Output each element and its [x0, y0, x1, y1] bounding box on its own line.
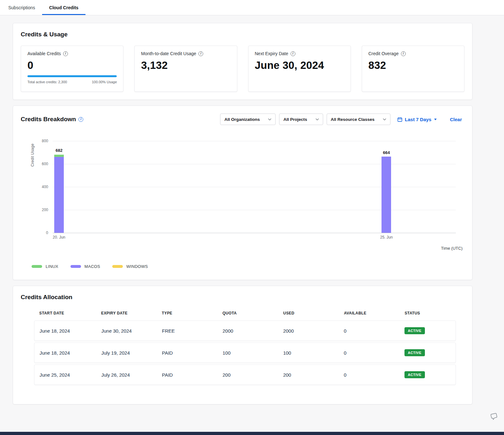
credits-usage-card: Credits & Usage Available Credits i 0 To…: [13, 23, 472, 100]
month-usage-card: Month-to-date Credit Usage i 3,132: [134, 46, 237, 92]
y-axis-label: Credit Usage: [30, 144, 35, 166]
chart-bar: 664: [382, 141, 391, 233]
tab-cloud-credits[interactable]: Cloud Credits: [42, 0, 85, 15]
cell-used: 200: [283, 372, 344, 378]
col-expiry-date: EXPIRY DATE: [101, 311, 162, 315]
y-tick-label: 600: [42, 162, 48, 166]
bar-segment-linux: [54, 155, 64, 157]
credits-breakdown-info-icon[interactable]: i: [78, 117, 83, 122]
cell-expiry-date: July 26, 2024: [101, 372, 162, 378]
cell-expiry-date: July 19, 2024: [101, 350, 162, 356]
tab-subscriptions[interactable]: Subscriptions: [1, 0, 42, 15]
month-usage-value: 3,132: [141, 59, 230, 71]
gridline: [53, 187, 456, 187]
table-header: START DATE EXPIRY DATE TYPE QUOTA USED A…: [34, 311, 456, 321]
y-tick-label: 0: [46, 231, 48, 235]
cell-used: 2000: [283, 328, 344, 334]
chart-legend: LINUX MACOS WINDOWS: [32, 264, 464, 269]
cell-type: PAID: [162, 350, 223, 356]
cell-quota: 200: [223, 372, 283, 378]
date-range-filter[interactable]: Last 7 Days: [394, 117, 440, 122]
credit-overage-value: 832: [368, 59, 458, 71]
col-quota: QUOTA: [223, 311, 283, 315]
top-tab-bar: Subscriptions Cloud Credits: [0, 0, 504, 15]
calendar-icon: [397, 117, 403, 122]
resource-classes-filter-value: All Resource Classes: [331, 117, 374, 122]
cell-quota: 100: [223, 350, 283, 356]
gridline: [53, 233, 456, 233]
usage-percent-label: 100.00% Usage: [92, 80, 117, 84]
next-expiry-value: June 30, 2024: [255, 59, 344, 71]
macos-label: MACOS: [85, 264, 100, 269]
cell-start-date: June 18, 2024: [40, 328, 101, 334]
available-credits-label: Available Credits: [27, 51, 61, 56]
col-start-date: START DATE: [39, 311, 101, 315]
clear-filters-link[interactable]: Clear: [450, 117, 462, 122]
chevron-down-icon: [383, 118, 386, 121]
col-status: STATUS: [404, 311, 451, 315]
available-credits-info-icon[interactable]: i: [63, 51, 68, 56]
col-type: TYPE: [162, 311, 222, 315]
chart-area: Credit Usage 0200400600800682664 20. Jun…: [21, 141, 464, 251]
gridline: [53, 141, 456, 141]
windows-label: WINDOWS: [126, 264, 148, 269]
main-content: Credits & Usage Available Credits i 0 To…: [0, 15, 472, 404]
y-tick-label: 800: [42, 139, 48, 143]
bar-segment-macos: [382, 157, 391, 233]
col-available: AVAILABLE: [344, 311, 404, 315]
cell-start-date: June 25, 2024: [40, 372, 101, 378]
cell-start-date: June 18, 2024: [40, 350, 101, 356]
status-badge: ACTIVE: [404, 371, 425, 378]
bar-total-label: 664: [383, 150, 390, 155]
credits-breakdown-title: Credits Breakdown: [21, 116, 76, 123]
cell-expiry-date: June 30, 2024: [101, 328, 162, 334]
cell-available: 0: [344, 350, 404, 356]
breakdown-filters: All Organizations All Projects All Resou…: [220, 114, 464, 125]
help-chat-icon[interactable]: [489, 412, 499, 422]
available-credits-value: 0: [27, 59, 117, 71]
credit-usage-chart: 0200400600800682664: [53, 141, 456, 233]
next-expiry-label: Next Expiry Date: [255, 51, 288, 56]
organizations-filter[interactable]: All Organizations: [220, 114, 276, 125]
month-usage-label: Month-to-date Credit Usage: [141, 51, 196, 56]
legend-windows[interactable]: WINDOWS: [112, 264, 148, 269]
projects-filter[interactable]: All Projects: [279, 114, 323, 125]
linux-label: LINUX: [46, 264, 58, 269]
cell-available: 0: [344, 372, 404, 378]
chevron-down-icon: [268, 118, 271, 121]
next-expiry-info-icon[interactable]: i: [291, 51, 295, 56]
credit-overage-label: Credit Overage: [368, 51, 399, 56]
x-axis-labels: 20. Jun25. Jun: [53, 235, 456, 241]
cell-type: PAID: [162, 372, 223, 378]
gridline: [53, 164, 456, 164]
credits-usage-title: Credits & Usage: [21, 31, 464, 38]
credits-breakdown-card: Credits Breakdown i All Organizations Al…: [13, 106, 472, 280]
linux-swatch: [32, 265, 42, 268]
y-tick-label: 200: [42, 208, 48, 212]
month-usage-info-icon[interactable]: i: [198, 51, 203, 56]
cell-available: 0: [344, 328, 404, 334]
x-tick-label: 20. Jun: [53, 235, 65, 240]
table-row: June 25, 2024 July 26, 2024 PAID 200 200…: [34, 365, 456, 385]
date-range-value: Last 7 Days: [405, 117, 431, 122]
chevron-down-icon: [315, 118, 319, 121]
chart-bar: 682: [54, 141, 64, 233]
credits-allocation-card: Credits Allocation START DATE EXPIRY DAT…: [13, 286, 472, 404]
status-badge: ACTIVE: [404, 349, 425, 356]
x-axis-title: Time (UTC): [21, 246, 464, 251]
cell-used: 100: [283, 350, 344, 356]
x-tick-label: 25. Jun: [380, 235, 393, 240]
total-active-credits-label: Total active credits: 2,300: [27, 80, 67, 84]
table-row: June 18, 2024 June 30, 2024 FREE 2000 20…: [34, 321, 456, 341]
page: Subscriptions Cloud Credits Credits & Us…: [0, 0, 504, 435]
legend-linux[interactable]: LINUX: [32, 264, 58, 269]
credit-overage-info-icon[interactable]: i: [401, 51, 406, 56]
status-badge: ACTIVE: [404, 327, 425, 334]
available-credits-progress: [27, 75, 117, 77]
stat-row: Available Credits i 0 Total active credi…: [21, 46, 464, 92]
resource-classes-filter[interactable]: All Resource Classes: [327, 114, 390, 125]
legend-macos[interactable]: MACOS: [70, 264, 100, 269]
cell-quota: 2000: [223, 328, 283, 334]
allocation-table: START DATE EXPIRY DATE TYPE QUOTA USED A…: [34, 311, 456, 385]
bar-segment-macos: [54, 157, 64, 233]
